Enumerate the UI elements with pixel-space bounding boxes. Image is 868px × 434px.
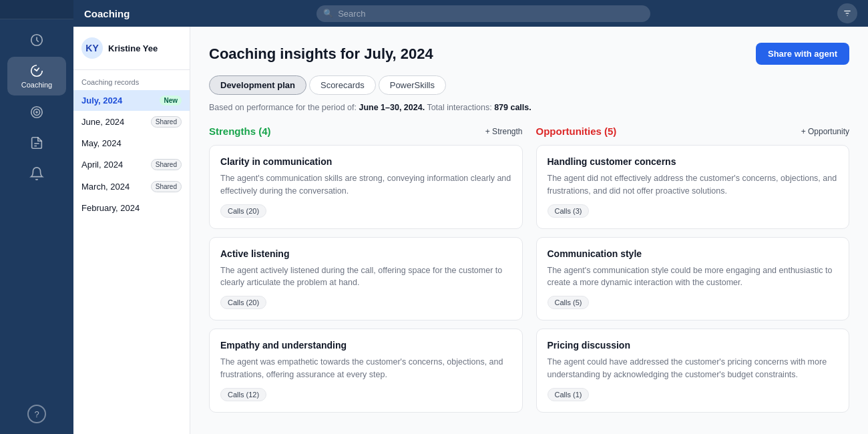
svg-point-2	[33, 109, 39, 115]
search-icon: 🔍	[323, 9, 333, 18]
card-desc: The agent's communication skills are str…	[220, 172, 511, 198]
add-opportunity-button[interactable]: + Opportunity	[801, 127, 849, 136]
app-logo	[0, 0, 73, 19]
main-container: Coaching 🔍 KY Kristine Yee Coaching reco…	[73, 0, 868, 434]
card-desc: The agent could have addressed the custo…	[548, 356, 839, 381]
record-label: February, 2024	[81, 203, 140, 213]
search-input[interactable]	[316, 5, 650, 22]
record-may-2024[interactable]: May, 2024	[73, 133, 190, 154]
record-label: March, 2024	[81, 182, 130, 192]
insights-columns: Strengths (4) + Strength Clarity in comm…	[209, 126, 849, 421]
total-interactions: 879 calls.	[494, 103, 531, 112]
rail-navigation: Coaching	[0, 19, 73, 405]
strength-card-0: Clarity in communication The agent's com…	[209, 145, 523, 229]
body-area: KY Kristine Yee Coaching records July, 2…	[73, 27, 868, 434]
sidebar-item-reports[interactable]	[7, 129, 66, 157]
agent-name: Kristine Yee	[108, 43, 158, 53]
svg-point-1	[31, 107, 43, 118]
content-header: Coaching insights for July, 2024 Share w…	[209, 43, 849, 65]
sidebar-item-coaching-label: Coaching	[21, 81, 52, 89]
card-desc: The agent was empathetic towards the cus…	[220, 356, 511, 381]
record-label: June, 2024	[81, 117, 124, 127]
record-july-2024[interactable]: July, 2024 New	[73, 90, 190, 111]
opportunities-column: Opportunities (5) + Opportunity Handling…	[536, 126, 850, 421]
tab-powerskills[interactable]: PowerSkills	[379, 75, 446, 95]
agent-info: KY Kristine Yee	[73, 37, 190, 70]
avatar: KY	[81, 37, 103, 59]
opportunity-card-2: Pricing discussion The agent could have …	[536, 329, 850, 413]
card-desc: The agent did not effectively address th…	[548, 172, 839, 198]
badge-new: New	[160, 95, 182, 105]
strength-card-1: Active listening The agent actively list…	[209, 237, 523, 321]
record-label: April, 2024	[81, 160, 123, 170]
record-label: May, 2024	[81, 138, 122, 148]
record-march-2024[interactable]: March, 2024 Shared	[73, 176, 190, 198]
sidebar-item-notifications[interactable]	[7, 160, 66, 188]
help-button[interactable]: ?	[27, 405, 46, 423]
calls-badge[interactable]: Calls (20)	[220, 296, 266, 309]
card-desc: The agent's communication style could be…	[548, 264, 839, 290]
calls-badge[interactable]: Calls (12)	[220, 388, 266, 401]
calls-badge[interactable]: Calls (20)	[220, 204, 266, 218]
tab-development-plan[interactable]: Development plan	[209, 75, 306, 95]
topbar: Coaching 🔍	[73, 0, 868, 27]
filter-button[interactable]	[837, 3, 857, 23]
records-sidebar: KY Kristine Yee Coaching records July, 2…	[73, 27, 190, 434]
card-title: Empathy and understanding	[220, 340, 511, 351]
strengths-column: Strengths (4) + Strength Clarity in comm…	[209, 126, 523, 421]
record-april-2024[interactable]: April, 2024 Shared	[73, 154, 190, 176]
content-area: Coaching insights for July, 2024 Share w…	[190, 27, 868, 434]
card-title: Pricing discussion	[548, 340, 839, 351]
share-with-agent-button[interactable]: Share with agent	[756, 43, 849, 65]
calls-badge[interactable]: Calls (3)	[548, 204, 590, 218]
calls-badge[interactable]: Calls (5)	[548, 296, 590, 309]
card-title: Clarity in communication	[220, 156, 511, 167]
record-february-2024[interactable]: February, 2024	[73, 198, 190, 218]
strengths-header: Strengths (4) + Strength	[209, 126, 523, 137]
record-label: July, 2024	[81, 95, 122, 105]
rail-bottom: ?	[27, 405, 46, 434]
strengths-title: Strengths (4)	[209, 126, 271, 137]
opportunity-card-0: Handling customer concerns The agent did…	[536, 145, 850, 229]
record-june-2024[interactable]: June, 2024 Shared	[73, 111, 190, 133]
sidebar-item-history[interactable]	[7, 26, 66, 54]
svg-point-3	[36, 112, 37, 113]
card-title: Communication style	[548, 248, 839, 259]
opportunity-card-1: Communication style The agent's communic…	[536, 237, 850, 321]
opportunities-header: Opportunities (5) + Opportunity	[536, 126, 850, 137]
page-title: Coaching insights for July, 2024	[209, 45, 433, 63]
opportunities-title: Opportunities (5)	[536, 126, 617, 137]
tab-scorecards[interactable]: Scorecards	[309, 75, 376, 95]
tab-bar: Development plan Scorecards PowerSkills	[209, 75, 849, 95]
left-rail: Coaching ?	[0, 0, 73, 434]
badge-shared: Shared	[151, 116, 182, 128]
sidebar-item-coaching[interactable]: Coaching	[7, 57, 66, 95]
topbar-title: Coaching	[84, 8, 130, 19]
search-bar: 🔍	[316, 5, 650, 22]
strength-card-2: Empathy and understanding The agent was …	[209, 329, 523, 413]
sidebar-section-label: Coaching records	[73, 70, 190, 90]
add-strength-button[interactable]: + Strength	[485, 127, 523, 136]
badge-shared: Shared	[151, 181, 182, 192]
card-title: Active listening	[220, 248, 511, 259]
badge-shared: Shared	[151, 159, 182, 170]
card-title: Handling customer concerns	[548, 156, 839, 167]
calls-badge[interactable]: Calls (1)	[548, 388, 590, 401]
performance-period: June 1–30, 2024.	[359, 103, 425, 112]
performance-note: Based on performance for the period of: …	[209, 103, 849, 112]
card-desc: The agent actively listened during the c…	[220, 264, 511, 290]
sidebar-item-targets[interactable]	[7, 98, 66, 126]
